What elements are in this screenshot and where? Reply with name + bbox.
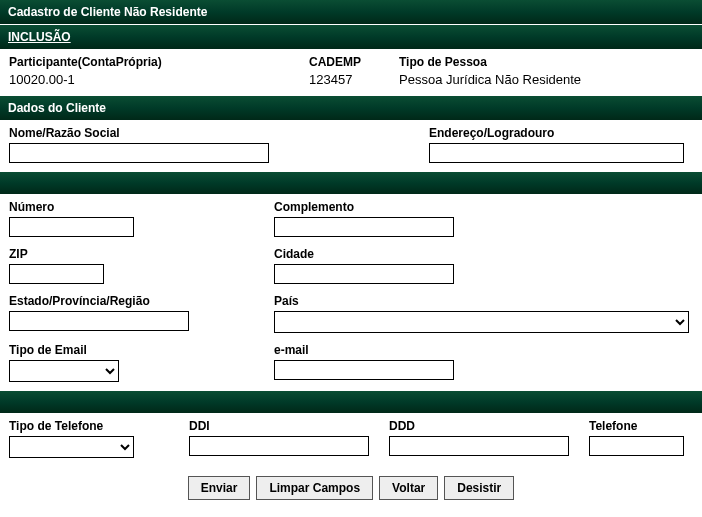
ddd-field[interactable] [389,436,569,456]
tipo-pessoa-label: Tipo de Pessoa [399,55,693,69]
participante-value: 10020.00-1 [9,72,309,87]
desistir-button[interactable]: Desistir [444,476,514,500]
tipo-email-label: Tipo de Email [9,343,274,357]
voltar-button[interactable]: Voltar [379,476,438,500]
participant-info: Participante(ContaPrópria) 10020.00-1 CA… [0,49,702,95]
numero-field[interactable] [9,217,134,237]
telefone-field[interactable] [589,436,684,456]
ddd-label: DDD [389,419,589,433]
ddi-field[interactable] [189,436,369,456]
separator-bar-2 [0,391,702,413]
action-buttons: Enviar Limpar Campos Voltar Desistir [0,466,702,510]
tipo-email-select[interactable] [9,360,119,382]
telefone-label: Telefone [589,419,693,433]
tipo-pessoa-value: Pessoa Jurídica Não Residente [399,72,693,87]
endereco-label: Endereço/Logradouro [429,126,693,140]
estado-label: Estado/Província/Região [9,294,274,308]
ddi-label: DDI [189,419,389,433]
tipo-telefone-select[interactable] [9,436,134,458]
complemento-field[interactable] [274,217,454,237]
enviar-button[interactable]: Enviar [188,476,251,500]
nome-label: Nome/Razão Social [9,126,429,140]
tipo-telefone-label: Tipo de Telefone [9,419,189,433]
cidade-label: Cidade [274,247,693,261]
email-field[interactable] [274,360,454,380]
zip-label: ZIP [9,247,274,261]
email-label: e-mail [274,343,693,357]
nome-field[interactable] [9,143,269,163]
cidade-field[interactable] [274,264,454,284]
page-title: Cadastro de Cliente Não Residente [0,0,702,24]
cademp-label: CADEMP [309,55,399,69]
numero-label: Número [9,200,274,214]
complemento-label: Complemento [274,200,693,214]
separator-bar-1 [0,172,702,194]
operation-label: INCLUSÃO [0,25,702,49]
participante-label: Participante(ContaPrópria) [9,55,309,69]
zip-field[interactable] [9,264,104,284]
estado-field[interactable] [9,311,189,331]
limpar-button[interactable]: Limpar Campos [256,476,373,500]
section-dados-cliente: Dados do Cliente [0,96,702,120]
cademp-value: 123457 [309,72,399,87]
endereco-field[interactable] [429,143,684,163]
pais-label: País [274,294,693,308]
pais-select[interactable] [274,311,689,333]
